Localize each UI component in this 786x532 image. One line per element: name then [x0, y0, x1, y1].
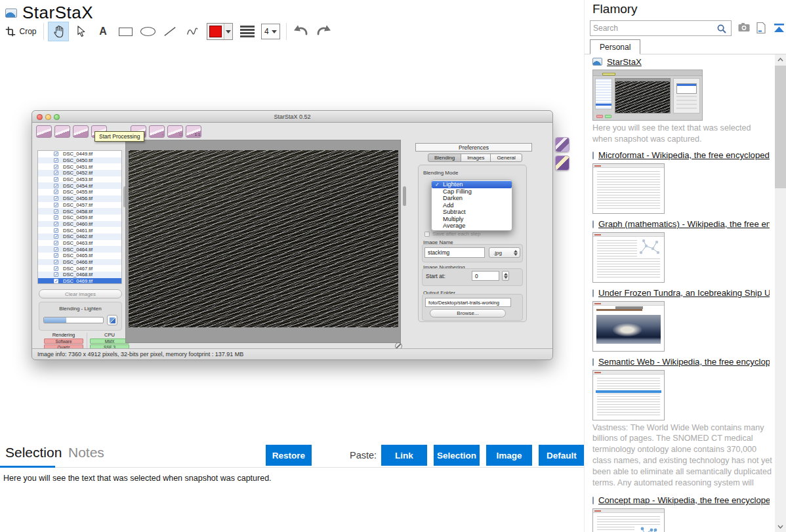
file-row[interactable]: ✓DSC_0464.tif — [38, 246, 121, 253]
browse-button[interactable]: Browse... — [430, 309, 506, 317]
file-checkbox-icon[interactable]: ✓ — [54, 152, 58, 156]
snapshot-thumbnail[interactable] — [592, 232, 665, 283]
file-checkbox-icon[interactable]: ✓ — [54, 253, 58, 258]
dropdown-option[interactable]: ✓Lighten — [432, 181, 512, 188]
file-checkbox-icon[interactable]: ✓ — [54, 196, 58, 201]
file-row[interactable]: ✓DSC_0450.tif — [38, 157, 121, 164]
text-tool-button[interactable]: A — [93, 22, 114, 41]
file-checkbox-icon[interactable]: ✓ — [54, 241, 58, 245]
file-checkbox-icon[interactable]: ✓ — [54, 203, 58, 207]
zoom-out-icon[interactable]: - — [149, 125, 165, 138]
file-checkbox-icon[interactable]: ✓ — [54, 190, 58, 194]
preview-button[interactable] — [107, 315, 117, 325]
search-icon[interactable] — [716, 24, 727, 37]
file-checkbox-icon[interactable]: ✓ — [54, 228, 58, 233]
paste-link-button[interactable]: Link — [381, 445, 427, 466]
search-input[interactable] — [593, 22, 711, 34]
file-row[interactable]: ✓DSC_0452.tif — [38, 170, 121, 176]
snapshot-thumbnail[interactable] — [592, 301, 665, 352]
file-checkbox-icon[interactable]: ✓ — [54, 247, 58, 252]
file-checkbox-icon[interactable]: ✓ — [54, 279, 58, 283]
dropdown-option[interactable]: ✓Average — [432, 222, 512, 230]
tab-selection[interactable]: Selection — [5, 445, 62, 460]
file-row[interactable]: ✓DSC_0454.tif — [38, 182, 121, 189]
pref-tab-images[interactable]: Images — [461, 153, 491, 162]
save-after-each-step-checkbox[interactable]: Save after each step — [424, 231, 480, 237]
pref-tab-blending[interactable]: Blending — [428, 153, 461, 162]
color-dropdown[interactable] — [224, 24, 232, 39]
file-row[interactable]: ✓DSC_0461.tif — [38, 227, 121, 234]
dropdown-option[interactable]: ✓Multiply — [432, 216, 512, 223]
zoom-fit-icon[interactable]: □ — [167, 125, 183, 138]
page-icon[interactable] — [756, 22, 766, 36]
undo-button[interactable] — [291, 22, 312, 41]
restore-button[interactable]: Restore — [266, 445, 312, 466]
file-checkbox-icon[interactable]: ✓ — [54, 171, 58, 175]
snapshot-title-link[interactable]: StarStaX — [607, 57, 642, 67]
start-at-stepper[interactable] — [502, 271, 509, 281]
line-width-button[interactable] — [237, 22, 258, 41]
scroll-up-icon[interactable] — [775, 54, 786, 65]
snapshot-title-link[interactable]: Concept map - Wikipedia, the free encycl… — [598, 495, 770, 505]
file-row[interactable]: ✓DSC_0457.tif — [38, 202, 121, 209]
file-row[interactable]: ✓DSC_0449.tif — [38, 151, 121, 157]
redo-button[interactable] — [313, 22, 334, 41]
image-file-list[interactable]: ✓DSC_0449.tif✓DSC_0450.tif✓DSC_0451.tif✓… — [37, 150, 122, 284]
file-checkbox-icon[interactable]: ✓ — [54, 266, 58, 271]
scrollbar-thumb[interactable] — [775, 66, 786, 188]
sidebar-scrollbar[interactable] — [775, 54, 786, 532]
snapshot-title-link[interactable]: Under Frozen Tundra, an Icebreaking Ship… — [598, 288, 770, 298]
file-checkbox-icon[interactable]: ✓ — [54, 222, 58, 226]
image-name-input[interactable]: stackImg — [424, 247, 485, 258]
snapshot-thumbnail[interactable] — [592, 370, 665, 420]
rectangle-tool-button[interactable] — [115, 22, 136, 41]
file-row[interactable]: ✓DSC_0451.tif — [38, 163, 121, 170]
snapshot-title-link[interactable]: Graph (mathematics) - Wikipedia, the fre… — [598, 219, 770, 229]
file-row[interactable]: ✓DSC_0453.tif — [38, 176, 121, 183]
snapshot-thumbnail[interactable] — [592, 508, 665, 532]
ellipse-tool-button[interactable] — [137, 22, 158, 41]
format-select[interactable]: .jpg — [489, 247, 520, 258]
pointer-tool-button[interactable] — [70, 22, 91, 41]
tab-personal[interactable]: Personal — [590, 39, 640, 54]
file-row[interactable]: ✓DSC_0468.tif — [38, 272, 121, 278]
file-row[interactable]: ✓DSC_0469.tif — [38, 278, 121, 284]
file-checkbox-icon[interactable]: ✓ — [54, 177, 58, 182]
snapshot-title-link[interactable]: Semantic Web - Wikipedia, the free encyc… — [598, 357, 770, 367]
pref-tab-general[interactable]: General — [490, 153, 522, 162]
file-checkbox-icon[interactable]: ✓ — [54, 234, 58, 239]
freehand-tool-button[interactable] — [182, 22, 203, 41]
image-scrollbar[interactable] — [403, 186, 406, 206]
crop-button[interactable]: Crop — [3, 22, 39, 41]
color-picker[interactable] — [207, 23, 233, 40]
file-checkbox-icon[interactable]: ✓ — [54, 165, 58, 169]
paste-selection-button[interactable]: Selection — [434, 445, 480, 466]
file-row[interactable]: ✓DSC_0462.tif — [38, 234, 121, 240]
dropdown-option[interactable]: ✓Add — [432, 202, 512, 209]
camera-icon[interactable] — [738, 22, 750, 35]
file-checkbox-icon[interactable]: ✓ — [54, 184, 58, 188]
file-row[interactable]: ✓DSC_0456.tif — [38, 195, 121, 202]
file-row[interactable]: ✓DSC_0455.tif — [38, 189, 121, 195]
paste-image-button[interactable]: Image — [486, 445, 532, 466]
file-row[interactable]: ✓DSC_0460.tif — [38, 221, 121, 228]
paste-default-button[interactable]: Default — [539, 445, 585, 466]
file-checkbox-icon[interactable]: ✓ — [54, 158, 58, 163]
zoom-actual-icon[interactable]: 1:1 — [186, 125, 201, 138]
line-tool-button[interactable] — [159, 22, 180, 41]
file-checkbox-icon[interactable]: ✓ — [54, 272, 58, 277]
open-images-icon[interactable] — [36, 125, 52, 138]
screenshot-starstax-window[interactable]: StarStaX 0.52 +-□1:1 Start Processing ✓D… — [31, 110, 553, 360]
hand-tool-button[interactable] — [48, 22, 69, 41]
file-row[interactable]: ✓DSC_0463.tif — [38, 240, 121, 247]
scroll-down-icon[interactable] — [775, 522, 786, 532]
dropdown-option[interactable]: ✓Darken — [432, 195, 512, 202]
clear-images-button[interactable]: Clear images — [39, 289, 122, 298]
snapshot-thumbnail[interactable] — [592, 163, 665, 214]
dropdown-option[interactable]: ✓Subtract — [432, 209, 512, 216]
file-checkbox-icon[interactable]: ✓ — [54, 209, 58, 214]
file-checkbox-icon[interactable]: ✓ — [54, 215, 58, 220]
file-row[interactable]: ✓DSC_0466.tif — [38, 259, 121, 266]
start-at-input[interactable]: 0 — [472, 271, 499, 281]
file-row[interactable]: ✓DSC_0465.tif — [38, 253, 121, 259]
